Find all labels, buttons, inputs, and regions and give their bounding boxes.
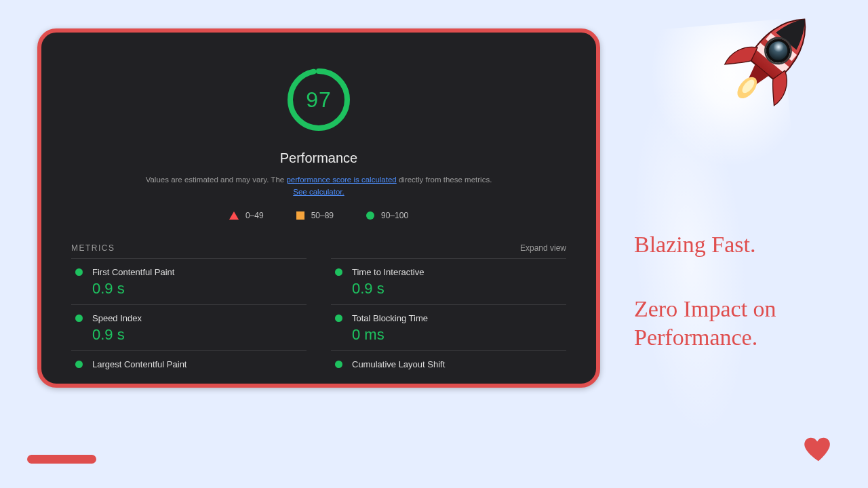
subtext-prefix: Values are estimated and may vary. The [146,176,287,184]
tagline-line-1: Blazing Fast. [634,230,844,260]
legend-good: 90–100 [366,211,408,220]
legend-poor-label: 0–49 [245,211,264,220]
score-legend: 0–49 50–89 90–100 [41,211,596,220]
metric-first-contentful-paint: First Contentful Paint 0.9 s [71,258,307,304]
metric-label: Speed Index [92,313,142,323]
metric-label: First Contentful Paint [92,267,174,277]
metrics-grid: First Contentful Paint 0.9 s Time to Int… [71,258,566,376]
status-dot-icon [335,268,342,276]
accent-bar [27,455,96,464]
performance-score-gauge: 97 [285,66,352,133]
metric-label: Total Blocking Time [352,313,428,323]
legend-average: 50–89 [296,211,334,220]
tagline-line-2: Zero Impact on Performance. [634,295,844,352]
marketing-tagline: Blazing Fast. Zero Impact on Performance… [634,230,844,352]
metric-value: 0 ms [352,326,566,344]
performance-score-value: 97 [285,66,352,133]
link-score-calculated[interactable]: performance score is calculated [286,176,396,184]
status-dot-icon [335,314,342,322]
heart-icon [803,434,834,465]
expand-view-button[interactable]: Expand view [520,243,566,253]
metric-label: Time to Interactive [352,267,424,277]
metric-value: 0.9 s [92,326,307,344]
metric-label: Largest Contentful Paint [92,359,186,369]
metric-value: 0.9 s [352,280,566,298]
square-icon [296,211,304,220]
legend-good-label: 90–100 [381,211,408,220]
metric-label: Cumulative Layout Shift [352,359,445,369]
circle-icon [366,211,374,220]
metric-cumulative-layout-shift: Cumulative Layout Shift [331,350,566,376]
legend-poor: 0–49 [229,211,264,220]
status-dot-icon [75,361,83,368]
metric-largest-contentful-paint: Largest Contentful Paint [71,350,307,376]
status-dot-icon [335,361,342,368]
link-see-calculator[interactable]: See calculator. [293,188,344,196]
performance-title: Performance [41,150,596,166]
metrics-heading: METRICS [71,243,115,253]
subtext-mid: directly from these metrics. [397,176,492,184]
metric-total-blocking-time: Total Blocking Time 0 ms [331,304,566,350]
performance-subtext: Values are estimated and may vary. The p… [142,174,495,199]
lighthouse-panel: 97 Performance Values are estimated and … [37,28,600,388]
rocket-icon [697,0,848,133]
metric-speed-index: Speed Index 0.9 s [71,304,307,350]
legend-avg-label: 50–89 [311,211,334,220]
metric-value: 0.9 s [92,280,307,298]
metric-time-to-interactive: Time to Interactive 0.9 s [331,258,566,304]
status-dot-icon [75,314,83,322]
status-dot-icon [75,268,83,276]
triangle-icon [229,211,239,220]
